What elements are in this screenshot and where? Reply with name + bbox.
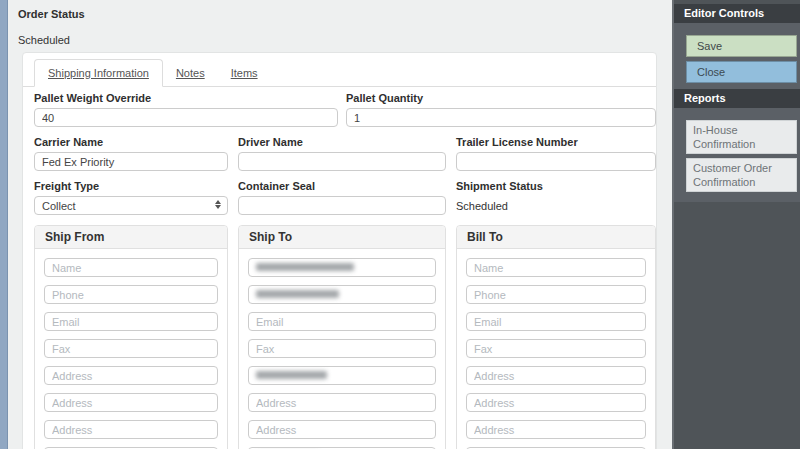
freight-type-select[interactable]: Collect bbox=[34, 196, 228, 215]
container-seal-input[interactable] bbox=[238, 196, 446, 215]
address-field-address bbox=[44, 420, 218, 439]
address-input-fax[interactable] bbox=[44, 339, 218, 358]
customer-order-confirmation-button[interactable]: Customer Order Confirmation bbox=[686, 158, 797, 192]
field-carrier-name: Carrier Name bbox=[34, 136, 228, 171]
trailer-license-number-label: Trailer License Number bbox=[456, 136, 656, 148]
address-field-phone bbox=[248, 285, 436, 304]
editor-controls-header: Editor Controls bbox=[674, 4, 800, 23]
field-pallet-quantity: Pallet Quantity bbox=[346, 92, 656, 127]
address-input-email[interactable] bbox=[248, 312, 436, 331]
left-edge-strip bbox=[0, 0, 8, 449]
save-button[interactable]: Save bbox=[686, 35, 797, 57]
address-input-address[interactable] bbox=[44, 393, 218, 412]
field-shipment-status: Shipment Status Scheduled bbox=[456, 180, 656, 215]
pallet-quantity-input[interactable] bbox=[346, 108, 656, 127]
pallet-quantity-label: Pallet Quantity bbox=[346, 92, 656, 104]
address-input-address[interactable] bbox=[466, 366, 646, 385]
address-field-address bbox=[44, 393, 218, 412]
address-field-address bbox=[466, 420, 646, 439]
address-input-fax[interactable] bbox=[248, 339, 436, 358]
address-input-address[interactable] bbox=[466, 393, 646, 412]
address-field-address bbox=[466, 393, 646, 412]
right-sidebar: Editor Controls Save Close Reports In-Ho… bbox=[672, 0, 800, 449]
panel-body bbox=[35, 249, 227, 449]
tab-items[interactable]: Items bbox=[218, 60, 271, 86]
address-field-email bbox=[44, 312, 218, 331]
address-field-phone bbox=[466, 285, 646, 304]
address-field-fax bbox=[466, 339, 646, 358]
field-trailer-license-number: Trailer License Number bbox=[456, 136, 656, 171]
address-input-phone[interactable] bbox=[466, 285, 646, 304]
tab-shipping-information[interactable]: Shipping Information bbox=[34, 59, 163, 87]
address-input-address[interactable] bbox=[248, 393, 436, 412]
order-status-label: Order Status bbox=[18, 8, 85, 20]
address-field-address bbox=[248, 393, 436, 412]
address-panel-title: Ship From bbox=[35, 226, 227, 249]
address-field-address bbox=[44, 366, 218, 385]
close-button[interactable]: Close bbox=[686, 61, 797, 83]
field-container-seal: Container Seal bbox=[238, 180, 446, 215]
shipment-status-value: Scheduled bbox=[456, 196, 656, 212]
address-panels-row: Ship From Ship To Bill To bbox=[34, 225, 656, 449]
field-freight-type: Freight Type Collect bbox=[34, 180, 228, 215]
field-driver-name: Driver Name bbox=[238, 136, 446, 171]
carrier-name-label: Carrier Name bbox=[34, 136, 228, 148]
address-field-name bbox=[248, 258, 436, 277]
address-input-address[interactable] bbox=[248, 420, 436, 439]
editor-controls-section: Save Close bbox=[674, 23, 800, 89]
order-editor-card: Shipping Information Notes Items Pallet … bbox=[22, 52, 657, 449]
address-field-email bbox=[248, 312, 436, 331]
redacted-value bbox=[256, 290, 339, 298]
carrier-name-input[interactable] bbox=[34, 152, 228, 171]
address-field-fax bbox=[248, 339, 436, 358]
main-content: Order Status Scheduled Shipping Informat… bbox=[8, 0, 672, 449]
address-field-fax bbox=[44, 339, 218, 358]
pallet-weight-override-input[interactable] bbox=[34, 108, 338, 127]
tab-notes[interactable]: Notes bbox=[163, 60, 218, 86]
address-input-address[interactable] bbox=[466, 420, 646, 439]
address-input-email[interactable] bbox=[466, 312, 646, 331]
address-field-address bbox=[466, 366, 646, 385]
driver-name-input[interactable] bbox=[238, 152, 446, 171]
address-input-name[interactable] bbox=[44, 258, 218, 277]
shipping-form: Pallet Weight Override Pallet Quantity C… bbox=[23, 87, 656, 449]
address-panel-title: Ship To bbox=[239, 226, 445, 249]
address-input-phone[interactable] bbox=[44, 285, 218, 304]
address-field-email bbox=[466, 312, 646, 331]
freight-type-selected-value: Collect bbox=[42, 200, 76, 212]
reports-header: Reports bbox=[674, 89, 800, 108]
reports-section: In-House Confirmation Customer Order Con… bbox=[674, 108, 800, 202]
address-input-fax[interactable] bbox=[466, 339, 646, 358]
in-house-confirmation-button[interactable]: In-House Confirmation bbox=[686, 120, 797, 154]
order-status-value: Scheduled bbox=[18, 34, 70, 46]
address-panel-title: Bill To bbox=[457, 226, 655, 249]
container-seal-label: Container Seal bbox=[238, 180, 446, 192]
address-field-name bbox=[44, 258, 218, 277]
field-pallet-weight-override: Pallet Weight Override bbox=[34, 92, 338, 127]
tab-bar: Shipping Information Notes Items bbox=[23, 53, 656, 87]
trailer-license-number-input[interactable] bbox=[456, 152, 656, 171]
address-field-address bbox=[248, 366, 436, 385]
driver-name-label: Driver Name bbox=[238, 136, 446, 148]
address-input-address[interactable] bbox=[44, 420, 218, 439]
address-field-name bbox=[466, 258, 646, 277]
address-panel-ship-from: Ship From bbox=[34, 225, 228, 449]
redacted-value bbox=[256, 371, 327, 379]
updown-arrows-icon bbox=[215, 200, 221, 209]
address-input-email[interactable] bbox=[44, 312, 218, 331]
address-panel-bill-to: Bill To bbox=[456, 225, 656, 449]
address-input-name[interactable] bbox=[466, 258, 646, 277]
panel-body bbox=[239, 249, 445, 449]
address-panel-ship-to: Ship To bbox=[238, 225, 446, 449]
address-field-phone bbox=[44, 285, 218, 304]
redacted-value bbox=[256, 263, 354, 271]
address-input-address[interactable] bbox=[44, 366, 218, 385]
freight-type-label: Freight Type bbox=[34, 180, 228, 192]
shipment-status-label: Shipment Status bbox=[456, 180, 656, 192]
pallet-weight-override-label: Pallet Weight Override bbox=[34, 92, 338, 104]
address-field-address bbox=[248, 420, 436, 439]
panel-body bbox=[457, 249, 655, 449]
